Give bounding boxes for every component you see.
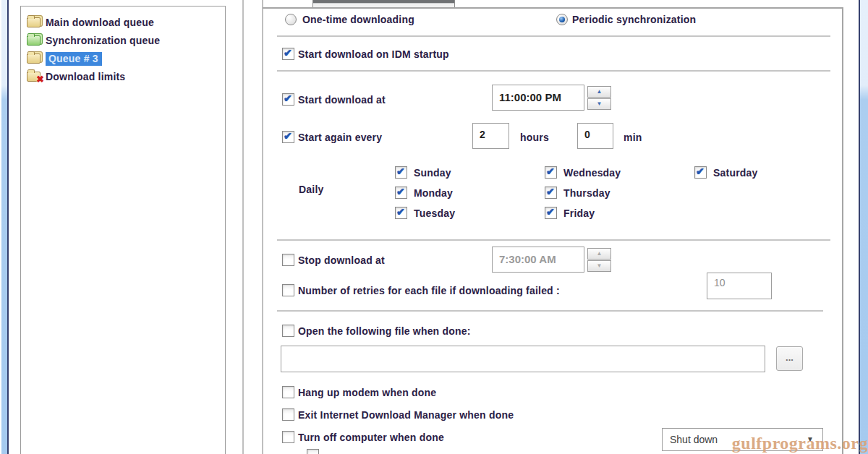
day-checkbox-wednesday[interactable] bbox=[545, 166, 557, 179]
day-checkbox-tuesday[interactable] bbox=[395, 207, 407, 219]
separator bbox=[277, 35, 830, 37]
sub-option-checkbox-partial[interactable] bbox=[307, 449, 319, 454]
queue-list: Main download queue Synchronization queu… bbox=[20, 6, 226, 454]
day-label-thursday[interactable]: Thursday bbox=[563, 186, 610, 200]
one-time-radio-label[interactable]: One-time downloading bbox=[302, 12, 414, 27]
day-label-wednesday[interactable]: Wednesday bbox=[563, 166, 621, 180]
hang-up-label[interactable]: Hang up modem when done bbox=[298, 385, 436, 400]
spin-down-button[interactable]: ▼ bbox=[587, 98, 611, 110]
stop-time-value: 7:30:00 AM bbox=[493, 247, 584, 271]
start-at-checkbox[interactable] bbox=[282, 93, 294, 106]
scheduler-dialog: Main download queue Synchronization queu… bbox=[0, 0, 868, 454]
hang-up-checkbox[interactable] bbox=[282, 386, 294, 398]
queue-list-item-limits[interactable]: Download limits bbox=[27, 69, 125, 85]
exit-idm-label[interactable]: Exit Internet Download Manager when done bbox=[298, 408, 514, 422]
retries-field[interactable]: 10 bbox=[707, 273, 772, 299]
separator bbox=[277, 70, 830, 72]
start-again-checkbox[interactable] bbox=[282, 131, 294, 143]
spin-up-button[interactable]: ▲ bbox=[587, 248, 611, 260]
exit-idm-checkbox[interactable] bbox=[282, 408, 294, 421]
download-limits-icon bbox=[27, 72, 41, 82]
window-border-left-edge bbox=[7, 0, 9, 454]
day-label-sunday[interactable]: Sunday bbox=[414, 166, 451, 180]
day-checkbox-thursday[interactable] bbox=[545, 187, 557, 199]
day-label-tuesday[interactable]: Tuesday bbox=[414, 206, 455, 220]
watermark-text: gulfprograms.org bbox=[732, 434, 868, 453]
stop-time-spinner: ▲ ▼ bbox=[587, 248, 611, 272]
start-time-spinner: ▲ ▼ bbox=[587, 86, 611, 110]
retries-value: 10 bbox=[707, 273, 771, 292]
turn-off-checkbox[interactable] bbox=[282, 431, 294, 443]
periodic-radio[interactable] bbox=[556, 14, 568, 25]
queue-list-item-label: Main download queue bbox=[46, 17, 154, 28]
hours-value: 2 bbox=[473, 124, 509, 145]
group-box-border-top bbox=[263, 7, 843, 9]
minutes-field[interactable]: 0 bbox=[577, 123, 613, 149]
separator bbox=[277, 239, 830, 241]
hours-field[interactable]: 2 bbox=[472, 123, 509, 149]
queue-list-item-label: Synchronization queue bbox=[46, 35, 160, 46]
queue-list-item-queue3[interactable]: Queue # 3 bbox=[27, 51, 102, 67]
minutes-unit-label: min bbox=[624, 130, 642, 145]
queue-folder-icon bbox=[27, 53, 41, 64]
queue-folder-icon bbox=[27, 17, 41, 27]
queue-list-item-main[interactable]: Main download queue bbox=[27, 14, 154, 30]
panel-divider bbox=[262, 0, 263, 454]
start-on-startup-checkbox[interactable] bbox=[282, 48, 294, 60]
stop-time-field: 7:30:00 AM bbox=[492, 247, 584, 273]
spin-down-button[interactable]: ▼ bbox=[587, 260, 611, 272]
window-border-left bbox=[0, 0, 7, 454]
sync-folder-icon bbox=[27, 35, 41, 46]
day-checkbox-monday[interactable] bbox=[395, 187, 407, 199]
periodic-radio-label[interactable]: Periodic synchronization bbox=[572, 12, 696, 27]
open-file-input[interactable] bbox=[281, 346, 765, 372]
open-file-checkbox[interactable] bbox=[282, 325, 294, 337]
start-time-field[interactable]: 11:00:00 PM bbox=[492, 85, 584, 111]
stop-at-checkbox[interactable] bbox=[282, 254, 294, 266]
window-border-right bbox=[859, 0, 868, 454]
separator bbox=[277, 310, 823, 312]
day-checkbox-friday[interactable] bbox=[545, 207, 557, 219]
start-again-label[interactable]: Start again every bbox=[298, 130, 382, 145]
day-label-saturday[interactable]: Saturday bbox=[713, 166, 758, 180]
group-box-border-right bbox=[842, 7, 843, 454]
start-on-startup-label[interactable]: Start download on IDM startup bbox=[298, 47, 449, 61]
day-checkbox-saturday[interactable] bbox=[694, 166, 707, 179]
schedule-tab[interactable] bbox=[312, 0, 455, 7]
one-time-radio[interactable] bbox=[285, 14, 297, 25]
day-checkbox-sunday[interactable] bbox=[395, 166, 407, 179]
browse-button[interactable]: ... bbox=[776, 346, 803, 371]
retries-checkbox[interactable] bbox=[282, 284, 294, 296]
spin-up-button[interactable]: ▲ bbox=[587, 86, 611, 98]
minutes-value: 0 bbox=[578, 124, 613, 145]
stop-at-label[interactable]: Stop download at bbox=[298, 253, 385, 267]
queue-list-item-sync[interactable]: Synchronization queue bbox=[27, 33, 160, 48]
start-time-value: 11:00:00 PM bbox=[493, 85, 584, 109]
start-at-label[interactable]: Start download at bbox=[298, 93, 386, 107]
retries-label[interactable]: Number of retries for each file if downl… bbox=[298, 283, 560, 298]
day-label-friday[interactable]: Friday bbox=[563, 206, 595, 220]
queue-list-item-label: Download limits bbox=[46, 71, 125, 82]
day-label-monday[interactable]: Monday bbox=[414, 186, 453, 200]
daily-label: Daily bbox=[299, 182, 323, 197]
queue-list-item-label: Queue # 3 bbox=[46, 52, 102, 66]
panel-divider bbox=[242, 0, 244, 454]
turn-off-label[interactable]: Turn off computer when done bbox=[298, 430, 444, 445]
open-file-label[interactable]: Open the following file when done: bbox=[298, 324, 471, 338]
hours-unit-label: hours bbox=[520, 130, 549, 145]
